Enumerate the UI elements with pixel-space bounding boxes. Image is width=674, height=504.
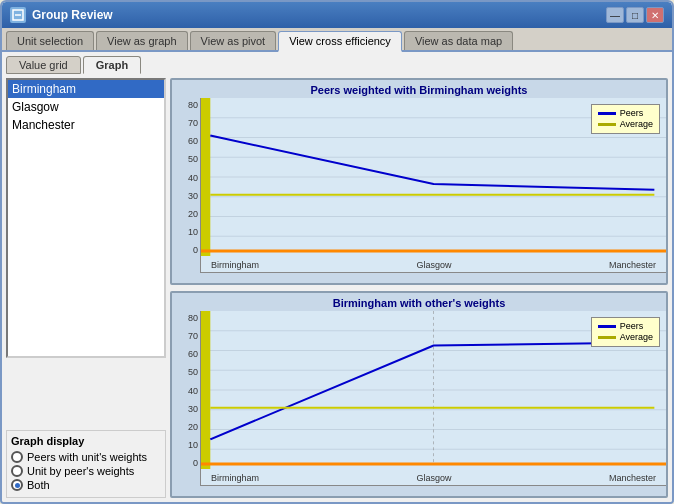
sub-tab-bar: Value grid Graph (6, 56, 668, 74)
title-bar: Group Review — □ ✕ (2, 2, 672, 28)
chart1-legend-peers-label: Peers (620, 108, 644, 118)
sub-tab-graph[interactable]: Graph (83, 56, 141, 74)
radio-peers-unit-weights[interactable]: Peers with unit's weights (11, 451, 161, 463)
unit-list[interactable]: Birmingham Glasgow Manchester (6, 78, 166, 358)
content-area: Value grid Graph Birmingham Glasgow Manc… (2, 52, 672, 502)
radio-label-both: Both (27, 479, 50, 491)
unit-item-manchester[interactable]: Manchester (8, 116, 164, 134)
chart1-x-labels: Birmingham Glasgow Manchester (201, 260, 666, 270)
minimize-button[interactable]: — (606, 7, 624, 23)
chart2-legend-peers-label: Peers (620, 321, 644, 331)
tab-view-as-pivot[interactable]: View as pivot (190, 31, 277, 50)
radio-label-unit: Unit by peer's weights (27, 465, 134, 477)
chart2-plot: Birmingham Glasgow Manchester Peers (200, 311, 666, 486)
chart1-container: Peers weighted with Birmingham weights 8… (170, 78, 668, 285)
chart2-legend-average-label: Average (620, 332, 653, 342)
chart2-x-labels: Birmingham Glasgow Manchester (201, 473, 666, 483)
app-icon (10, 7, 26, 23)
right-panel: Peers weighted with Birmingham weights 8… (170, 78, 668, 498)
chart1-legend: Peers Average (591, 104, 660, 134)
chart2-y-axis: 80 70 60 50 40 30 20 10 0 (172, 311, 200, 486)
chart2-legend-average-line (598, 336, 616, 339)
tab-view-as-graph[interactable]: View as graph (96, 31, 188, 50)
window-title: Group Review (32, 8, 113, 22)
chart2-title: Birmingham with other's weights (172, 293, 666, 311)
maximize-button[interactable]: □ (626, 7, 644, 23)
main-tab-bar: Unit selection View as graph View as piv… (2, 28, 672, 52)
tab-unit-selection[interactable]: Unit selection (6, 31, 94, 50)
radio-circle-peers[interactable] (11, 451, 23, 463)
graph-display-section: Graph display Peers with unit's weights … (6, 430, 166, 498)
chart2-legend-peers-line (598, 325, 616, 328)
main-window: Group Review — □ ✕ Unit selection View a… (0, 0, 674, 504)
chart2-area: 80 70 60 50 40 30 20 10 0 (172, 311, 666, 486)
chart1-title: Peers weighted with Birmingham weights (172, 80, 666, 98)
graph-display-label: Graph display (11, 435, 161, 447)
radio-label-peers: Peers with unit's weights (27, 451, 147, 463)
chart1-area: 80 70 60 50 40 30 20 10 0 (172, 98, 666, 273)
chart1-y-axis: 80 70 60 50 40 30 20 10 0 (172, 98, 200, 273)
chart2-legend: Peers Average (591, 317, 660, 347)
radio-circle-unit[interactable] (11, 465, 23, 477)
chart1-legend-average-line (598, 123, 616, 126)
chart1-plot: Birmingham Glasgow Manchester Peers (200, 98, 666, 273)
radio-unit-peer-weights[interactable]: Unit by peer's weights (11, 465, 161, 477)
main-content: Birmingham Glasgow Manchester Graph disp… (6, 78, 668, 498)
unit-item-birmingham[interactable]: Birmingham (8, 80, 164, 98)
left-panel: Birmingham Glasgow Manchester Graph disp… (6, 78, 166, 498)
radio-both[interactable]: Both (11, 479, 161, 491)
radio-circle-both[interactable] (11, 479, 23, 491)
close-button[interactable]: ✕ (646, 7, 664, 23)
chart2-container: Birmingham with other's weights 80 70 60… (170, 291, 668, 498)
chart1-legend-peers-line (598, 112, 616, 115)
svg-rect-18 (201, 311, 210, 469)
chart1-legend-average-label: Average (620, 119, 653, 129)
sub-tab-value-grid[interactable]: Value grid (6, 56, 81, 74)
tab-view-cross-efficiency[interactable]: View cross efficiency (278, 31, 402, 52)
svg-rect-9 (201, 98, 210, 256)
tab-view-as-data-map[interactable]: View as data map (404, 31, 513, 50)
unit-item-glasgow[interactable]: Glasgow (8, 98, 164, 116)
